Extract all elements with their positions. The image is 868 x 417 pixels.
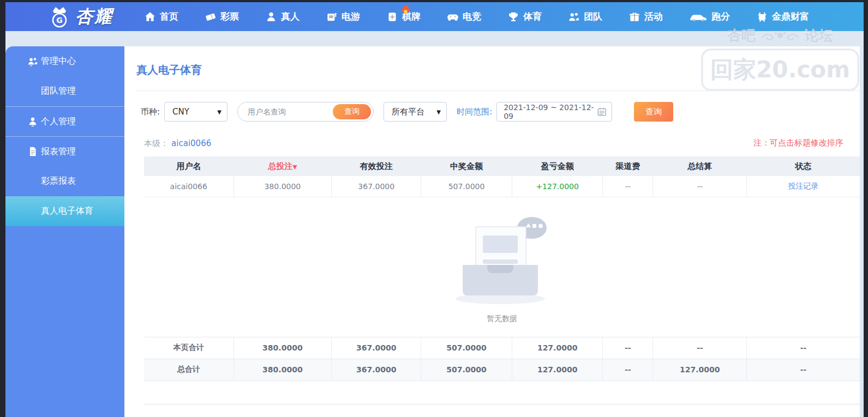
brand-emblem-icon: G — [48, 5, 71, 29]
gamepad-icon — [447, 11, 459, 23]
grand-total-row: 总合计 380.0000 367.0000 507.0000 127.0000 … — [144, 359, 860, 380]
nav-item-chess[interactable]: 棋牌 — [386, 10, 421, 23]
trophy-icon — [507, 11, 519, 23]
gift-icon — [628, 11, 640, 23]
username-search-box: 查询 — [237, 102, 374, 122]
header-profit-loss[interactable]: 盈亏金额 — [512, 156, 603, 176]
sidebar: 管理中心 团队管理 个人管理 报表管理 彩票报表 真人电子体育 — [5, 46, 124, 417]
page-total-bet: 380.0000 — [234, 337, 332, 359]
currency-label: 币种: — [141, 107, 160, 117]
nav-item-esports[interactable]: 电竞 — [447, 10, 481, 23]
page-total-win: 507.0000 — [421, 337, 512, 359]
report-document-icon — [27, 146, 38, 157]
platform-select[interactable]: 所有平台 ▼ — [384, 102, 447, 122]
sidebar-item-management-center[interactable]: 管理中心 — [5, 46, 124, 76]
sort-desc-icon: ▼ — [292, 164, 297, 171]
sidebar-item-personal-management[interactable]: 个人管理 — [5, 106, 124, 136]
nav-item-live[interactable]: 真人 — [265, 10, 300, 23]
grand-total-win: 507.0000 — [421, 359, 512, 380]
empty-state: 暂无数据 — [144, 213, 860, 324]
currency-select[interactable]: CNY ▼ — [164, 102, 228, 122]
race-car-icon — [689, 11, 708, 23]
table-row: aicai0066 380.0000 367.0000 507.0000 +12… — [144, 176, 860, 197]
header-valid-bet[interactable]: 有效投注 — [332, 156, 421, 176]
header-total-settlement[interactable]: 总结算 — [653, 156, 747, 176]
level-row: 本级： aicai0066 注：可点击标题修改排序 — [144, 138, 860, 148]
page-layout: 管理中心 团队管理 个人管理 报表管理 彩票报表 真人电子体育 — [5, 31, 864, 417]
home-icon — [144, 11, 156, 23]
cell-total-settlement: -- — [653, 176, 747, 197]
nav-item-egames[interactable]: 电游 — [326, 10, 360, 23]
user-icon — [27, 116, 38, 127]
grand-total-channel-fee: -- — [603, 359, 653, 380]
team-icon — [568, 11, 580, 23]
nav-item-sports[interactable]: 体育 — [507, 10, 542, 23]
main-content: 真人电子体育 币种: CNY ▼ 查询 所有平台 ▼ 时间范围: — [124, 46, 860, 417]
title-divider — [136, 90, 860, 91]
cell-valid-bet: 367.0000 — [332, 176, 421, 197]
level-label: 本级： — [144, 138, 169, 148]
report-table: 用户名 总投注▼ 有效投注 中奖金额 盈亏金额 渠道费 总结算 状态 aicai… — [144, 156, 860, 381]
platform-select-value: 所有平台 — [392, 107, 424, 117]
bet-record-link[interactable]: 投注记录 — [788, 182, 819, 190]
nav-item-team[interactable]: 团队 — [568, 10, 602, 23]
header-win-amount[interactable]: 中奖金额 — [421, 156, 512, 176]
nav-item-paofen[interactable]: 跑分 — [689, 10, 730, 23]
header-username[interactable]: 用户名 — [144, 156, 234, 176]
currency-select-value: CNY — [172, 107, 189, 117]
nav-item-jinding[interactable]: 金鼎财富 — [756, 10, 809, 23]
empty-state-row: 暂无数据 — [144, 197, 860, 337]
current-level-user-link[interactable]: aicai0066 — [171, 138, 211, 148]
users-icon — [27, 56, 38, 67]
grand-total-bet: 380.0000 — [234, 359, 332, 380]
cell-status: 投注记录 — [747, 176, 860, 197]
bottom-divider — [144, 404, 860, 404]
brand-logo[interactable]: G 杏耀 — [48, 5, 113, 29]
nav-item-activity[interactable]: 活动 — [628, 10, 663, 23]
cell-channel-fee: -- — [603, 176, 653, 197]
no-data-illustration-icon — [445, 213, 559, 306]
grand-total-status: -- — [747, 359, 860, 380]
date-range-input[interactable]: 2021-12-09 ~ 2021-12-09 — [496, 102, 612, 122]
cell-profit-loss: +127.0000 — [512, 176, 603, 197]
cell-total-bet: 380.0000 — [234, 176, 332, 197]
nav-menu: 首页 彩票 真人 电游 棋牌 — [144, 10, 835, 23]
header-channel-fee[interactable]: 渠道费 — [603, 156, 653, 176]
header-status[interactable]: 状态 — [747, 156, 860, 176]
brand-name: 杏耀 — [75, 5, 113, 29]
search-button[interactable]: 查询 — [634, 102, 673, 122]
sort-note: 注：可点击标题修改排序 — [753, 138, 843, 148]
caret-down-icon: ▼ — [436, 109, 441, 115]
sidebar-item-lottery-report[interactable]: 彩票报表 — [5, 166, 124, 196]
empty-state-text: 暂无数据 — [487, 314, 517, 324]
calendar-icon — [597, 106, 607, 117]
page-total-settlement: -- — [653, 337, 747, 359]
grand-total-label: 总合计 — [144, 359, 234, 380]
sidebar-item-report-management[interactable]: 报表管理 — [5, 136, 124, 166]
date-range-value: 2021-12-09 ~ 2021-12-09 — [504, 103, 596, 120]
person-icon — [265, 11, 277, 23]
sidebar-item-team-management[interactable]: 团队管理 — [5, 76, 124, 106]
page-total-label: 本页合计 — [144, 337, 234, 359]
page-total-profit: 127.0000 — [512, 337, 603, 359]
top-navbar: G 杏耀 首页 彩票 真人 电游 棋牌 — [5, 2, 864, 31]
grand-total-valid-bet: 367.0000 — [332, 359, 421, 380]
grand-total-settlement: 127.0000 — [653, 359, 747, 380]
username-search-button[interactable]: 查询 — [333, 104, 371, 119]
nav-item-home[interactable]: 首页 — [144, 10, 178, 23]
app-window: G 杏耀 首页 彩票 真人 电游 棋牌 — [5, 2, 864, 417]
sidebar-item-live-esports[interactable]: 真人电子体育 — [5, 196, 124, 226]
cell-win-amount: 507.0000 — [421, 176, 512, 197]
svg-text:G: G — [56, 16, 63, 25]
cell-username: aicai0066 — [144, 176, 234, 197]
page-title: 真人电子体育 — [136, 63, 860, 77]
hot-flame-icon — [388, 4, 423, 16]
filter-bar: 币种: CNY ▼ 查询 所有平台 ▼ 时间范围: 2021-12-09 ~ 2… — [141, 102, 860, 122]
nav-item-lottery[interactable]: 彩票 — [205, 10, 239, 23]
page-total-channel-fee: -- — [603, 337, 653, 359]
username-input[interactable] — [248, 107, 333, 116]
slot-machine-icon — [326, 11, 338, 23]
page-total-valid-bet: 367.0000 — [332, 337, 421, 359]
ticket-icon — [205, 11, 217, 23]
header-total-bet-sorted[interactable]: 总投注▼ — [234, 156, 332, 176]
